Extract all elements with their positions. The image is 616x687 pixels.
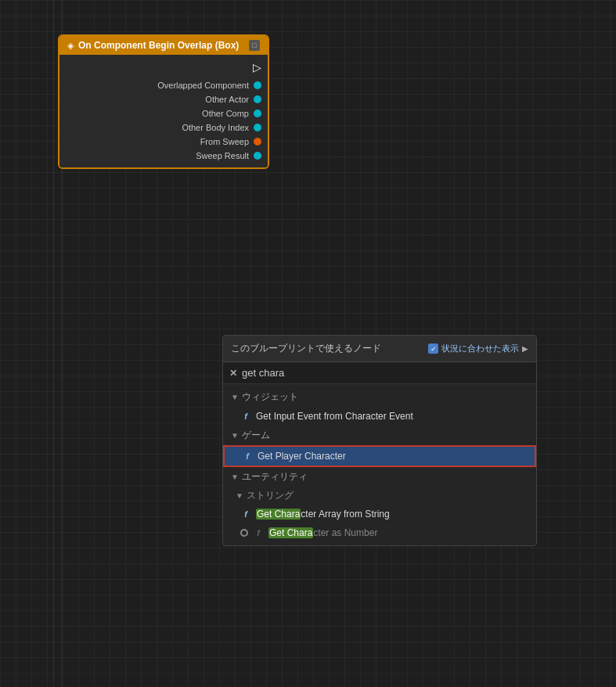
sidebar-line-1 [53, 0, 54, 687]
cat-arrow-utility: ▼ [231, 473, 239, 481]
exec-pin-row: ▷ [59, 59, 268, 78]
menu-item-get-player-character[interactable]: f Get Player Character [223, 445, 536, 467]
category-widget-label: ウィジェット [242, 390, 298, 404]
context-header: このブループリントで使えるノード ✓ 状況に合わせた表示 ▶ [223, 336, 536, 362]
pin-dot-2 [254, 110, 261, 117]
node-close-button[interactable]: □ [249, 40, 260, 51]
pin-dot-3 [254, 124, 261, 131]
item-label-get-char-array: Get Character Array from String [256, 509, 390, 520]
node-arrow-icon: ◈ [67, 41, 74, 51]
pin-row-5: Sweep Result [59, 149, 268, 163]
subcategory-string[interactable]: ▼ ストリング [223, 487, 536, 505]
category-widget[interactable]: ▼ ウィジェット [223, 387, 536, 407]
func-icon-1: f [242, 451, 253, 461]
node-body: ▷ Overlapped Component Other Actor Other… [59, 55, 268, 167]
menu-item-get-char-array[interactable]: f Get Character Array from String [223, 505, 536, 523]
pin-label-3: Other Body Index [182, 123, 249, 132]
category-game[interactable]: ▼ ゲーム [223, 426, 536, 445]
search-row: ✕ [223, 362, 536, 384]
category-utility-label: ユーティリティ [242, 470, 308, 484]
item-label-get-player-character: Get Player Character [258, 451, 346, 462]
pin-row-2: Other Comp [59, 106, 268, 120]
pin-dot-1 [254, 95, 261, 103]
pin-row-4: From Sweep [59, 135, 268, 149]
func-icon-3: f [253, 528, 264, 538]
pin-dot-4 [254, 138, 261, 146]
pin-label-1: Other Actor [205, 95, 249, 104]
pin-label-4: From Sweep [200, 137, 249, 146]
pin-label-5: Sweep Result [196, 151, 249, 160]
item-label-get-char-number: Get Character as Number [268, 527, 377, 538]
context-menu-title: このブループリントで使えるノード [231, 342, 422, 355]
highlight-1: Get Chara [256, 509, 301, 520]
menu-item-get-char-number[interactable]: f Get Character as Number [223, 523, 536, 542]
subcategory-string-label: ストリング [247, 489, 294, 502]
exec-pin: ▷ [253, 61, 261, 74]
menu-body: ▼ ウィジェット f Get Input Event from Characte… [223, 384, 536, 545]
pin-row-1: Other Actor [59, 92, 268, 106]
pin-dot-0 [254, 81, 261, 89]
toggle-checkbox[interactable]: ✓ [428, 344, 438, 354]
category-game-label: ゲーム [242, 429, 270, 442]
func-icon-0: f [240, 412, 251, 421]
pin-label-2: Other Comp [202, 109, 249, 118]
search-input[interactable] [242, 367, 530, 379]
context-menu-panel: このブループリントで使えるノード ✓ 状況に合わせた表示 ▶ ✕ ▼ ウィジェッ… [222, 335, 537, 546]
pin-dot-5 [254, 152, 261, 160]
node-header: ◈ On Component Begin Overlap (Box) □ [59, 36, 268, 55]
menu-item-get-input-event[interactable]: f Get Input Event from Character Event [223, 407, 536, 426]
cat-arrow-game: ▼ [231, 431, 239, 440]
pin-row-0: Overlapped Component [59, 78, 268, 92]
toggle-arrow-icon: ▶ [522, 344, 528, 353]
blueprint-node: ◈ On Component Begin Overlap (Box) □ ▷ O… [58, 34, 269, 169]
item-label-get-input-event: Get Input Event from Character Event [256, 411, 413, 422]
toggle-label: 状況に合わせた表示 [441, 343, 519, 354]
category-utility[interactable]: ▼ ユーティリティ [223, 467, 536, 487]
pin-label-0: Overlapped Component [157, 81, 249, 90]
context-toggle[interactable]: ✓ 状況に合わせた表示 ▶ [428, 343, 528, 354]
node-header-left: ◈ On Component Begin Overlap (Box) [67, 40, 239, 51]
highlight-2: Get Chara [268, 527, 313, 538]
func-icon-2: f [240, 509, 251, 519]
search-clear-button[interactable]: ✕ [229, 368, 237, 379]
cat-arrow-string: ▼ [236, 491, 243, 500]
cat-arrow-widget: ▼ [231, 393, 239, 401]
pin-row-3: Other Body Index [59, 120, 268, 135]
circle-icon [240, 529, 248, 537]
node-title: On Component Begin Overlap (Box) [78, 40, 239, 51]
